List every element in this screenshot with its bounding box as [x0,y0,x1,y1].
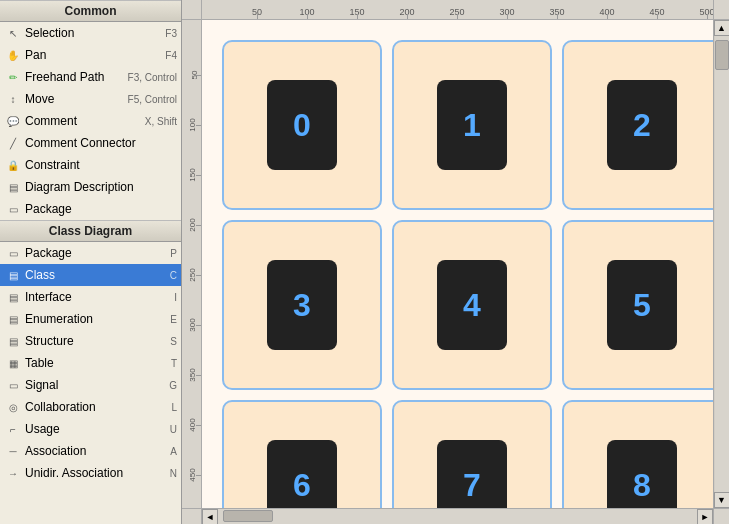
sidebar-item-constraint[interactable]: 🔒Constraint [0,154,181,176]
usage-icon: ⌐ [4,421,22,437]
usage-label: Usage [25,422,168,436]
card-0[interactable]: 0 [222,40,382,210]
card-1[interactable]: 1 [392,40,552,210]
freehand-shortcut: F3, Control [128,72,177,83]
enumeration-icon: ▤ [4,311,22,327]
card-inner-0: 0 [267,80,337,170]
sidebar-item-diagram-desc[interactable]: ▤Diagram Description [0,176,181,198]
collaboration-label: Collaboration [25,400,169,414]
enumeration-label: Enumeration [25,312,168,326]
ruler-h-tick-line [657,14,658,19]
structure-icon: ▤ [4,333,22,349]
card-inner-8: 8 [607,440,677,508]
card-8[interactable]: 8 [562,400,713,508]
ruler-h-tick-line [307,14,308,19]
hscroll-track[interactable] [218,509,697,524]
ruler-v-tick-line [196,475,201,476]
ruler-h-tick-line [557,14,558,19]
card-inner-5: 5 [607,260,677,350]
card-inner-7: 7 [437,440,507,508]
constraint-icon: 🔒 [4,157,22,173]
structure-shortcut: S [170,336,177,347]
ruler-top: 50100150200250300350400450500 [202,0,713,20]
package-shortcut: P [170,248,177,259]
card-6[interactable]: 6 [222,400,382,508]
class-icon: ▤ [4,267,22,283]
sidebar-item-unidir-assoc[interactable]: →Unidir. AssociationN [0,462,181,484]
sidebar-item-association[interactable]: ─AssociationA [0,440,181,462]
sidebar-item-signal[interactable]: ▭SignalG [0,374,181,396]
card-inner-1: 1 [437,80,507,170]
interface-label: Interface [25,290,172,304]
card-7[interactable]: 7 [392,400,552,508]
hscroll-right-button[interactable]: ► [697,509,713,524]
vertical-scrollbar: ▲ ▼ [713,20,729,508]
comment-label: Comment [25,114,143,128]
pan-icon: ✋ [4,47,22,63]
sidebar-item-comment[interactable]: 💬CommentX, Shift [0,110,181,132]
card-2[interactable]: 2 [562,40,713,210]
vscroll-thumb[interactable] [715,40,729,70]
card-4[interactable]: 4 [392,220,552,390]
package-icon: ▭ [4,245,22,261]
ruler-corner [182,0,202,20]
constraint-label: Constraint [25,158,177,172]
collaboration-shortcut: L [171,402,177,413]
table-label: Table [25,356,169,370]
ruler-v-tick-line [196,375,201,376]
comment-shortcut: X, Shift [145,116,177,127]
sidebar-item-collaboration[interactable]: ◎CollaborationL [0,396,181,418]
ruler-v-tick-line [196,125,201,126]
package-common-label: Package [25,202,177,216]
move-label: Move [25,92,126,106]
horizontal-scrollbar: ◄ ► [182,508,729,524]
signal-icon: ▭ [4,377,22,393]
hscroll-thumb[interactable] [223,510,273,522]
sidebar-item-pan[interactable]: ✋PanF4 [0,44,181,66]
selection-icon: ↖ [4,25,22,41]
pan-label: Pan [25,48,163,62]
sidebar-item-freehand[interactable]: ✏Freehand PathF3, Control [0,66,181,88]
card-3[interactable]: 3 [222,220,382,390]
unidir-assoc-label: Unidir. Association [25,466,168,480]
sidebar-item-enumeration[interactable]: ▤EnumerationE [0,308,181,330]
interface-shortcut: I [174,292,177,303]
comment-connector-label: Comment Connector [25,136,177,150]
section-header-common: Common [0,0,181,22]
package-common-icon: ▭ [4,201,22,217]
vscroll-track[interactable] [715,36,729,492]
ruler-h-tick-line [357,14,358,19]
vscroll-up-button[interactable]: ▲ [714,20,730,36]
canvas-scroll[interactable]: 012345678 [202,20,713,508]
diagram-desc-label: Diagram Description [25,180,177,194]
sidebar-item-class[interactable]: ▤ClassC [0,264,181,286]
sidebar-item-table[interactable]: ▦TableT [0,352,181,374]
sidebar: Common↖SelectionF3✋PanF4✏Freehand PathF3… [0,0,182,524]
sidebar-item-package-common[interactable]: ▭Package [0,198,181,220]
sidebar-item-package[interactable]: ▭PackageP [0,242,181,264]
vscroll-down-button[interactable]: ▼ [714,492,730,508]
unidir-assoc-shortcut: N [170,468,177,479]
class-shortcut: C [170,270,177,281]
card-inner-6: 6 [267,440,337,508]
sidebar-item-usage[interactable]: ⌐UsageU [0,418,181,440]
ruler-h-tick-line [707,14,708,19]
freehand-label: Freehand Path [25,70,126,84]
sidebar-item-structure[interactable]: ▤StructureS [0,330,181,352]
selection-label: Selection [25,26,163,40]
ruler-left: 50100150200250300350400450 [182,20,202,508]
card-inner-3: 3 [267,260,337,350]
sidebar-item-comment-connector[interactable]: ╱Comment Connector [0,132,181,154]
class-label: Class [25,268,168,282]
card-5[interactable]: 5 [562,220,713,390]
ruler-h-tick-line [507,14,508,19]
sidebar-item-selection[interactable]: ↖SelectionF3 [0,22,181,44]
comment-connector-icon: ╱ [4,135,22,151]
package-label: Package [25,246,168,260]
sidebar-item-move[interactable]: ↕MoveF5, Control [0,88,181,110]
ruler-v-tick-line [196,425,201,426]
table-icon: ▦ [4,355,22,371]
hscroll-left-button[interactable]: ◄ [202,509,218,524]
selection-shortcut: F3 [165,28,177,39]
sidebar-item-interface[interactable]: ▤InterfaceI [0,286,181,308]
